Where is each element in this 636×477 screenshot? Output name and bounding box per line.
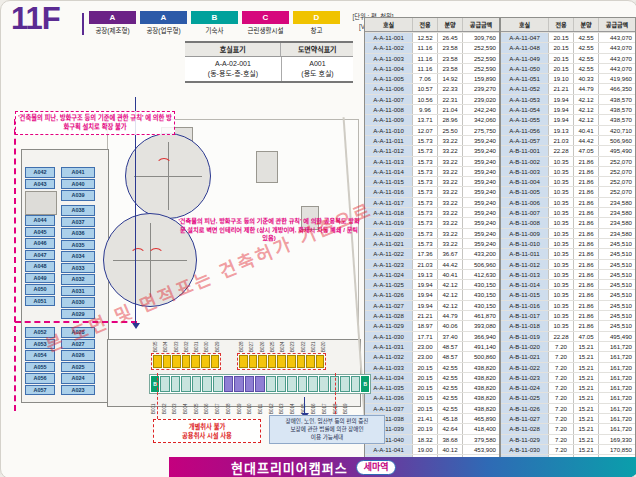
room-id: A-B-11-020 xyxy=(501,342,548,351)
area-exclusive: 12.07 xyxy=(412,126,437,135)
col-header-exclusive: 전용 xyxy=(548,18,573,31)
room-cell xyxy=(172,355,181,368)
price: 430,150 xyxy=(462,301,499,310)
area-supply: 15.21 xyxy=(573,404,598,413)
arrow-down-icon xyxy=(304,397,305,413)
room-id: A-A-11-035 xyxy=(365,383,412,392)
area-exclusive: 10.35 xyxy=(548,229,573,238)
area-supply: 37.40 xyxy=(437,332,462,341)
area-supply: 15.21 xyxy=(573,352,598,361)
area-supply: 14.92 xyxy=(437,74,462,83)
room-cell: A030 xyxy=(61,297,95,308)
price: 359,240 xyxy=(462,146,499,155)
area-supply: 21.86 xyxy=(573,177,598,186)
area-exclusive: 22.28 xyxy=(548,332,573,341)
table-row: A-A-11-00610.5722.33239,270 xyxy=(365,83,499,93)
room-cell: A035 xyxy=(61,240,95,251)
price: 359,240 xyxy=(462,218,499,227)
area-supply: 21.86 xyxy=(573,208,598,217)
area-exclusive: 20.15 xyxy=(548,54,573,63)
table-row: A-A-11-01012.0725.50275,750 xyxy=(365,125,499,135)
area-exclusive: 10.35 xyxy=(548,167,573,176)
table-row: A-B-11-01210.3521.86245,510 xyxy=(501,259,635,269)
table-row: A-A-11-02619.9442.12430,150 xyxy=(365,289,499,299)
area-supply: 42.12 xyxy=(437,280,462,289)
table-row: A-A-11-02321.0344.42506,960 xyxy=(365,259,499,269)
table-row: A-A-11-03017.7137.40366,940 xyxy=(365,331,499,341)
table-row: A-A-11-03320.1542.55438,820 xyxy=(365,362,499,372)
price: 491,140 xyxy=(462,342,499,351)
notation-value-room: A-A-02-001 (동-용도-층-호실) xyxy=(185,57,281,81)
price: 438,820 xyxy=(462,404,499,413)
dorm-strip-yellow xyxy=(151,353,221,370)
table-row: A-A-11-03821.4145.18465,890 xyxy=(365,413,499,423)
room-id: A-B-11-021 xyxy=(501,352,548,361)
room-cell xyxy=(287,355,296,368)
room-label: B019 xyxy=(341,394,352,414)
table-row: A-A-11-00211.1623.58252,590 xyxy=(365,42,499,52)
room-label: B013 xyxy=(277,394,288,414)
table-row: A-A-11-00411.1623.58252,590 xyxy=(365,63,499,73)
accessible-unit-note: 장애인, 노인, 임산부 등의 편의 증진 보장에 관한 법률에 의한 장애인 … xyxy=(269,415,385,444)
area-supply: 33.22 xyxy=(437,187,462,196)
table-row: A-B-11-00810.3521.86234,580 xyxy=(501,217,635,227)
price: 461,870 xyxy=(462,311,499,320)
room-label: B018 xyxy=(331,394,342,414)
room-id: A-B-11-028 xyxy=(501,424,548,433)
table-row: A-B-11-00610.3521.86234,580 xyxy=(501,197,635,207)
area-supply: 21.86 xyxy=(573,157,598,166)
area-supply: 33.22 xyxy=(437,146,462,155)
area-exclusive: 10.56 xyxy=(412,95,437,104)
room-id: A-B-11-014 xyxy=(501,280,548,289)
table-row: A-A-11-04820.1542.55443,070 xyxy=(501,42,635,52)
room-label: B008 xyxy=(224,394,235,414)
area-exclusive: 7.20 xyxy=(548,414,573,423)
area-supply: 21.86 xyxy=(573,167,598,176)
room-cell xyxy=(192,376,202,392)
area-exclusive: 10.35 xyxy=(548,280,573,289)
col-header-price: 공급금액 xyxy=(462,18,499,31)
price: 420,710 xyxy=(598,126,635,135)
area-exclusive: 19.00 xyxy=(412,445,437,454)
area-supply: 42.55 xyxy=(437,393,462,402)
room-id: A-A-11-047 xyxy=(501,33,548,42)
price: 309,760 xyxy=(462,33,499,42)
room-label: B028 xyxy=(237,335,247,352)
room-id: A-B-11-024 xyxy=(501,383,548,392)
table-row: A-B-11-01922.2847.05495,490 xyxy=(501,331,635,341)
price: 245,510 xyxy=(598,301,635,310)
area-exclusive: 15.73 xyxy=(412,177,437,186)
area-exclusive: 15.73 xyxy=(412,218,437,227)
price: 161,720 xyxy=(598,342,635,351)
table-row: A-A-11-03420.1542.55438,820 xyxy=(365,372,499,382)
area-exclusive: 7.20 xyxy=(548,435,573,444)
table-row: A-B-11-01010.3521.86245,510 xyxy=(501,238,635,248)
room-id: A-A-11-048 xyxy=(501,43,548,52)
room-id: A-B-11-002 xyxy=(501,157,548,166)
room-id: A-A-11-019 xyxy=(365,218,412,227)
room-label: B006 xyxy=(202,394,213,414)
price: 159,890 xyxy=(462,74,499,83)
price: 169,330 xyxy=(598,435,635,444)
table-row: A-A-11-01115.7333.22359,240 xyxy=(365,135,499,145)
room-label: B016 xyxy=(309,394,320,414)
area-exclusive: 19.94 xyxy=(548,105,573,114)
area-supply: 40.41 xyxy=(437,270,462,279)
area-supply: 23.58 xyxy=(437,54,462,63)
price: 234,580 xyxy=(598,198,635,207)
area-exclusive: 10.35 xyxy=(548,311,573,320)
table-row: A-A-11-04920.1542.55443,070 xyxy=(501,53,635,63)
table-row: A-A-11-00112.5226.45309,760 xyxy=(365,32,499,42)
area-exclusive: 10.35 xyxy=(548,208,573,217)
area-supply: 21.86 xyxy=(573,260,598,269)
table-row: A-A-11-03223.0048.57500,860 xyxy=(365,351,499,361)
room-label: B002 xyxy=(160,394,171,414)
room-cell xyxy=(340,376,350,392)
brand-name: 현대프리미어캠퍼스 xyxy=(231,458,348,477)
price: 161,720 xyxy=(598,414,635,423)
price: 161,720 xyxy=(598,373,635,382)
table-row: A-B-11-0277.2015.21161,720 xyxy=(501,413,635,423)
price: 252,590 xyxy=(462,64,499,73)
table-row: A-B-11-00710.3521.86234,580 xyxy=(501,207,635,217)
area-supply: 21.86 xyxy=(573,311,598,320)
